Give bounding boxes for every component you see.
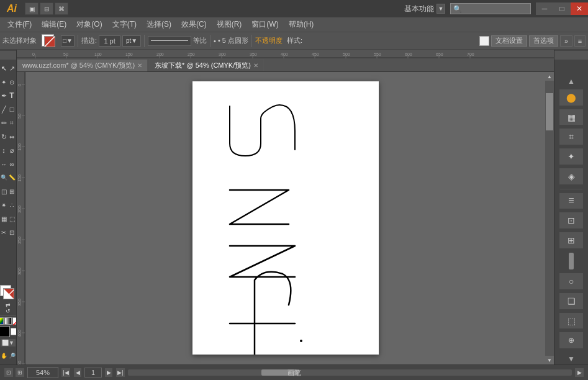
width-tool[interactable]: ↔ <box>0 158 8 170</box>
slice-select-tool[interactable]: ⊡ <box>8 226 16 238</box>
measure-tool[interactable]: 📏 <box>8 171 16 184</box>
stroke-color-box[interactable] <box>42 34 59 48</box>
status-btn-1[interactable]: ⊡ <box>4 368 14 378</box>
zoom-display[interactable]: 54% <box>27 367 58 378</box>
zoom-tool-bottom[interactable]: 🔎 <box>8 350 16 362</box>
fill-shape-select[interactable]: □▼ <box>61 35 75 47</box>
menu-help[interactable]: 帮助(H) <box>284 18 319 31</box>
workspace-dropdown-btn[interactable]: ▼ <box>436 4 445 14</box>
menu-file[interactable]: 文件(F) <box>2 18 37 31</box>
tab-2-close[interactable]: ✕ <box>253 62 258 69</box>
menu-type[interactable]: 文字(T) <box>107 18 142 31</box>
tool-selection[interactable]: ↖ ↗ <box>0 62 17 75</box>
column-graph-tool[interactable]: ▦ <box>0 212 8 225</box>
eyedropper-tool[interactable]: 🔍 <box>0 171 8 184</box>
none-btn[interactable] <box>12 317 17 325</box>
rectangle-tool[interactable]: □ <box>8 103 16 115</box>
rp-scroll-up[interactable]: ▲ <box>568 77 575 86</box>
line-segment-tool[interactable]: ╱ <box>0 103 8 115</box>
rp-transform-panel[interactable]: ⊡ <box>559 212 584 229</box>
rp-graphic-styles[interactable]: ◈ <box>559 168 584 185</box>
arrange-btn-1[interactable]: ▣ <box>25 2 38 15</box>
preferences-btn[interactable]: 首选项 <box>529 35 558 47</box>
nav-next-btn[interactable]: ▶| <box>115 368 125 378</box>
stroke-unit-select[interactable]: pt▼ <box>122 35 141 47</box>
canvas-container[interactable] <box>25 72 545 364</box>
stroke-black-btn[interactable] <box>11 328 17 335</box>
rp-links-panel[interactable]: ⊕ <box>559 332 584 349</box>
rotate-tool[interactable]: ↻ <box>0 130 8 143</box>
pencil-tool[interactable]: ✏ <box>0 117 8 129</box>
rp-artboards-panel[interactable]: ⬚ <box>559 312 584 330</box>
tab-1[interactable]: www.uzzf.com* @ 54% (CMYK/预览) ✕ <box>17 59 148 71</box>
close-button[interactable]: ✕ <box>571 2 588 15</box>
spray-tool[interactable]: ∴ <box>8 199 16 211</box>
rp-color-panel[interactable]: ⬤ <box>559 89 584 106</box>
menu-edit[interactable]: 编辑(E) <box>37 18 71 31</box>
hand-tool-bottom[interactable]: ✋ <box>0 350 8 362</box>
selection-tool[interactable]: ↖ <box>0 62 8 75</box>
doc-settings-btn[interactable]: 文档设置 <box>491 35 527 47</box>
live-paint-bucket-tool[interactable]: ⁕ <box>0 199 8 211</box>
stroke-fill-box[interactable] <box>0 285 16 301</box>
tab-1-close[interactable]: ✕ <box>137 62 142 69</box>
slice-tool[interactable]: ✂ <box>0 226 8 238</box>
status-btn-2[interactable]: ⊞ <box>15 368 25 378</box>
rp-brushes-panel[interactable]: ⌗ <box>559 128 584 145</box>
rp-stroke-panel[interactable]: ○ <box>559 273 584 290</box>
page-input[interactable] <box>84 368 102 378</box>
pen-tool[interactable]: ✒ <box>0 89 8 102</box>
menu-view[interactable]: 视图(R) <box>212 18 247 31</box>
nav-back-btn[interactable]: ◀ <box>73 368 82 378</box>
rp-align-panel[interactable]: ≡ <box>559 192 584 210</box>
artboard-tool[interactable]: ⬚ <box>8 212 16 225</box>
fill-white-btn[interactable] <box>0 326 10 337</box>
type-tool[interactable]: T <box>8 89 16 102</box>
brush-tool[interactable]: ⌗ <box>8 117 16 129</box>
v-scroll-down[interactable]: ▼ <box>545 356 554 364</box>
v-scroll-up[interactable]: ▲ <box>545 72 554 81</box>
h-ruler: 0 50 100 150 200 250 300 350 400 450 500… <box>17 50 554 58</box>
maximize-button[interactable]: □ <box>553 2 571 15</box>
tool-row-3: ✒ T <box>0 89 17 102</box>
blend-tool[interactable]: ∞ <box>8 158 16 170</box>
direct-selection-tool[interactable]: ↗ <box>8 62 16 75</box>
reflect-tool[interactable]: ⇔ <box>8 130 16 143</box>
color-btn[interactable] <box>0 317 4 325</box>
gradient-btn[interactable] <box>4 317 12 325</box>
options-more-btn[interactable]: ≡ <box>574 35 586 47</box>
arrange-btn-3[interactable]: ⌘ <box>55 2 68 15</box>
gradient-tool[interactable]: ◫ <box>0 185 8 197</box>
menu-select[interactable]: 选择(S) <box>142 18 176 31</box>
v-scrollbar[interactable]: ▲ ▼ <box>545 72 554 364</box>
menu-object[interactable]: 对象(O) <box>71 18 107 31</box>
v-scroll-track[interactable] <box>545 81 554 356</box>
canvas-content <box>192 81 379 355</box>
nav-right-btn[interactable]: ▶ <box>574 368 584 378</box>
rp-scroll-down[interactable]: ▼ <box>568 355 575 363</box>
rp-symbols-panel[interactable]: ✦ <box>559 148 584 165</box>
rp-layers-panel[interactable]: ❑ <box>559 292 584 310</box>
menu-window[interactable]: 窗口(W) <box>247 18 283 31</box>
scale-tool[interactable]: ↕ <box>0 144 8 156</box>
h-scroll-track[interactable] <box>128 369 572 376</box>
stroke-size-input[interactable] <box>99 35 120 47</box>
v-scroll-thumb[interactable] <box>546 93 553 130</box>
nav-prev-btn[interactable]: |◀ <box>61 368 71 378</box>
mesh-tool[interactable]: ⊞ <box>8 185 16 197</box>
tab-2[interactable]: 东坡下载* @ 54% (CMYK/预览) ✕ <box>149 59 264 71</box>
magic-wand-tool[interactable]: ✦ <box>0 76 8 88</box>
minimize-button[interactable]: ─ <box>536 2 553 15</box>
screen-mode-btn[interactable]: ⬜▼ <box>0 338 16 347</box>
swap-colors-btn[interactable]: ⇄ <box>6 302 11 308</box>
warp-tool[interactable]: ⌀ <box>8 144 16 156</box>
rp-pathfinder-panel[interactable]: ⊞ <box>559 232 584 249</box>
options-expand-btn[interactable]: » <box>560 35 572 47</box>
lasso-tool[interactable]: ⊙ <box>8 76 16 88</box>
arrange-btn-2[interactable]: ⊟ <box>40 2 53 15</box>
default-colors-btn[interactable]: ↺ <box>6 308 11 314</box>
nav-forward-btn[interactable]: ▶ <box>104 368 113 378</box>
line-preview[interactable] <box>148 36 191 46</box>
menu-effect[interactable]: 效果(C) <box>176 18 212 31</box>
rp-swatches-panel[interactable]: ▦ <box>559 109 584 126</box>
